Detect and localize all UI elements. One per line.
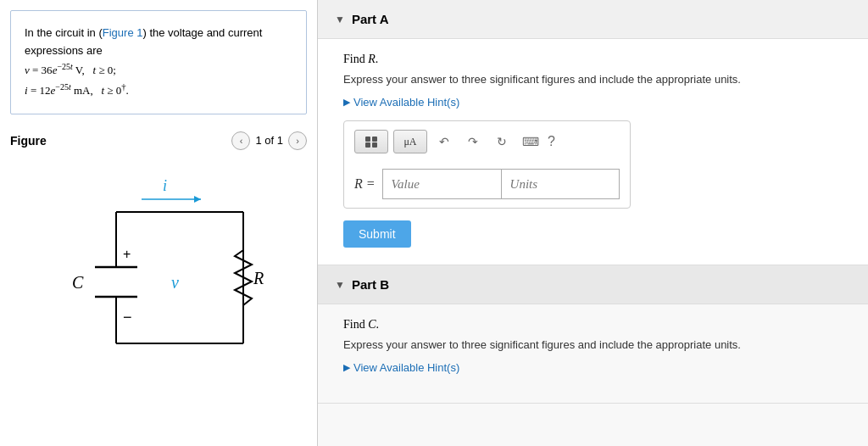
- left-panel: In the circuit in (Figure 1) the voltage…: [0, 0, 318, 446]
- circuit-svg: i: [31, 174, 286, 377]
- figure-header: Figure ‹ 1 of 1 ›: [10, 131, 307, 150]
- part-b-content: Find C. Express your answer to three sig…: [318, 304, 868, 403]
- prev-figure-button[interactable]: ‹: [231, 131, 250, 150]
- figure-section: Figure ‹ 1 of 1 › i: [0, 125, 317, 401]
- figure-nav-text: 1 of 1: [255, 134, 283, 147]
- part-b-header[interactable]: ▼ Part B: [318, 265, 868, 304]
- matrix-button[interactable]: [354, 130, 388, 153]
- svg-text:−: −: [123, 309, 132, 326]
- part-a-collapse-icon: ▼: [335, 14, 345, 25]
- svg-text:i: i: [163, 177, 167, 194]
- unit-button[interactable]: μA: [393, 130, 427, 153]
- units-input[interactable]: [501, 169, 620, 199]
- hint-arrow-icon: ▶: [343, 97, 350, 108]
- value-input[interactable]: [382, 169, 501, 199]
- figure-nav: ‹ 1 of 1 ›: [231, 131, 307, 150]
- part-a-label: Part A: [352, 12, 389, 26]
- part-b-section: ▼ Part B Find C. Express your answer to …: [318, 265, 868, 404]
- part-b-instruction: Express your answer to three significant…: [343, 338, 843, 351]
- undo-button[interactable]: ↶: [432, 130, 456, 153]
- figure-title: Figure: [10, 134, 47, 148]
- figure-link[interactable]: Figure 1: [103, 26, 143, 39]
- part-a-hint-label: View Available Hint(s): [353, 96, 459, 109]
- svg-text:R: R: [253, 269, 264, 287]
- help-button[interactable]: ?: [548, 134, 555, 149]
- right-panel: ▼ Part A Find R. Express your answer to …: [318, 0, 868, 446]
- keyboard-button[interactable]: ⌨: [519, 130, 542, 153]
- submit-button[interactable]: Submit: [343, 220, 411, 248]
- svg-text:C: C: [72, 273, 84, 292]
- svg-marker-2: [194, 196, 201, 203]
- part-b-label: Part B: [352, 277, 389, 292]
- part-b-collapse-icon: ▼: [335, 279, 345, 291]
- equation2: i = 12e−25t mA, t ≥ 0†.: [25, 84, 129, 97]
- part-b-hint-arrow-icon: ▶: [343, 362, 350, 373]
- svg-text:+: +: [123, 247, 131, 261]
- part-a-answer-container: μA ↶ ↷ ↻ ⌨ ? R =: [343, 120, 631, 209]
- part-a-instruction: Express your answer to three significant…: [343, 73, 843, 86]
- next-figure-button[interactable]: ›: [288, 131, 307, 150]
- r-equals-label: R =: [354, 176, 376, 192]
- problem-intro: In the circuit in (: [25, 26, 103, 39]
- part-b-hint-label: View Available Hint(s): [353, 361, 459, 374]
- part-a-section: ▼ Part A Find R. Express your answer to …: [318, 0, 868, 265]
- problem-statement: In the circuit in (Figure 1) the voltage…: [10, 10, 307, 114]
- redo-button[interactable]: ↷: [461, 130, 485, 153]
- refresh-button[interactable]: ↻: [490, 130, 514, 153]
- svg-text:v: v: [171, 273, 179, 292]
- part-a-header[interactable]: ▼ Part A: [318, 0, 868, 39]
- input-row: R =: [354, 169, 620, 199]
- part-a-hint-link[interactable]: ▶ View Available Hint(s): [343, 96, 843, 109]
- equation1: v = 36e−25t V, t ≥ 0;: [25, 64, 116, 76]
- circuit-diagram: i: [10, 157, 307, 394]
- part-a-content: Find R. Express your answer to three sig…: [318, 39, 868, 265]
- part-b-find-text: Find C.: [343, 318, 843, 332]
- part-b-hint-link[interactable]: ▶ View Available Hint(s): [343, 361, 843, 374]
- answer-toolbar: μA ↶ ↷ ↻ ⌨ ?: [354, 130, 620, 160]
- part-a-find-text: Find R.: [343, 53, 843, 66]
